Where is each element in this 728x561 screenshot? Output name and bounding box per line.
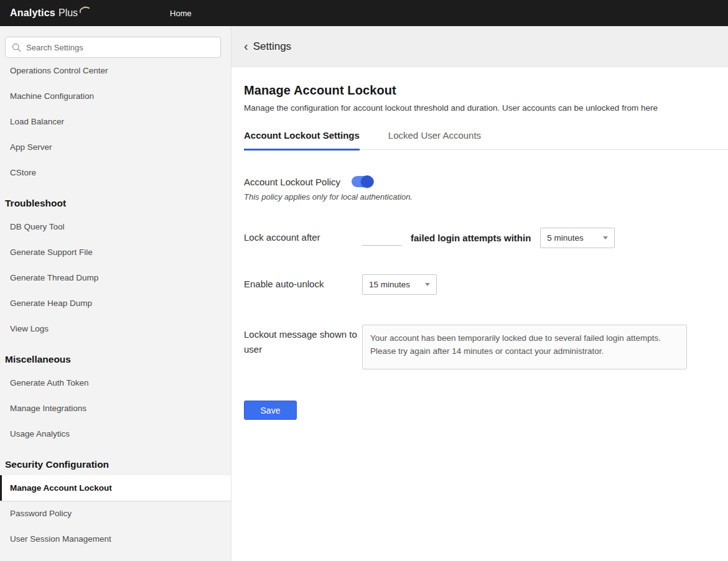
back-to-settings-link[interactable]: ‹ Settings	[244, 40, 291, 53]
search-input[interactable]	[26, 43, 214, 52]
chevron-down-icon	[603, 236, 608, 239]
failed-attempts-input[interactable]	[362, 230, 401, 246]
sidebar-list: Operations Control Center Machine Config…	[0, 58, 231, 552]
policy-label: Account Lockout Policy	[244, 177, 340, 187]
chevron-down-icon	[425, 283, 430, 286]
auto-unlock-dropdown[interactable]: 15 minutes	[362, 274, 437, 295]
sidebar-item-generate-support-file[interactable]: Generate Support File	[0, 239, 231, 265]
sidebar-heading-troubleshoot: Troubleshoot	[0, 185, 231, 214]
account-lockout-policy-toggle[interactable]	[352, 176, 374, 187]
tab-account-lockout-settings[interactable]: Account Lockout Settings	[244, 130, 360, 151]
sidebar-item-view-logs[interactable]: View Logs	[0, 316, 231, 341]
sidebar-item-generate-thread-dump[interactable]: Generate Thread Dump	[0, 265, 231, 290]
sidebar-item-generate-heap-dump[interactable]: Generate Heap Dump	[0, 290, 231, 316]
sidebar-item-machine-configuration[interactable]: Machine Configuration	[0, 83, 231, 109]
auto-unlock-value: 15 minutes	[369, 280, 410, 289]
auto-unlock-row: Enable auto-unlock 15 minutes	[244, 274, 728, 295]
content-area: Manage Account Lockout Manage the config…	[231, 67, 728, 420]
brand-name-bold: Analytics	[10, 7, 55, 19]
brand-logo[interactable]: Analytics Plus	[10, 7, 90, 19]
search-wrap	[0, 26, 231, 62]
page-title: Manage Account Lockout	[244, 83, 728, 98]
lockout-message-row: Lockout message shown to user Your accou…	[244, 325, 728, 369]
policy-row: Account Lockout Policy	[244, 176, 728, 187]
chevron-left-icon: ‹	[244, 40, 248, 52]
brand-name-light: Plus	[58, 7, 78, 19]
search-icon	[12, 43, 21, 52]
nav-item-home[interactable]: Home	[164, 5, 198, 22]
main-panel: ‹ Settings Manage Account Lockout Manage…	[231, 26, 728, 561]
toggle-knob	[361, 175, 373, 188]
tab-bar: Account Lockout Settings Locked User Acc…	[244, 130, 728, 150]
attempts-window-value: 5 minutes	[547, 233, 584, 243]
lockout-message-textarea[interactable]: Your account has been temporarily locked…	[362, 325, 687, 369]
sidebar-item-usage-analytics[interactable]: Usage Analytics	[0, 421, 231, 447]
top-bar: Analytics Plus Home	[0, 0, 728, 26]
tab-locked-user-accounts[interactable]: Locked User Accounts	[388, 130, 481, 149]
settings-sidebar: Operations Control Center Machine Config…	[0, 26, 231, 561]
auto-unlock-label: Enable auto-unlock	[244, 274, 362, 295]
sidebar-heading-security-configuration: Security Configuration	[0, 447, 231, 475]
sidebar-item-manage-account-lockout[interactable]: Manage Account Lockout	[0, 475, 231, 501]
sidebar-item-db-query-tool[interactable]: DB Query Tool	[0, 214, 231, 239]
lock-after-row: Lock account after failed login attempts…	[244, 228, 728, 248]
attempts-window-dropdown[interactable]: 5 minutes	[540, 228, 615, 248]
lockout-message-label: Lockout message shown to user	[244, 325, 362, 369]
sidebar-item-password-policy[interactable]: Password Policy	[0, 501, 231, 526]
search-box[interactable]	[5, 37, 221, 58]
policy-note: This policy applies only for local authe…	[244, 192, 728, 202]
sidebar-item-user-session-management[interactable]: User Session Management	[0, 526, 231, 552]
sidebar-item-manage-integrations[interactable]: Manage Integrations	[0, 396, 231, 421]
top-nav: Home	[164, 5, 198, 22]
save-button[interactable]: Save	[244, 401, 297, 420]
sidebar-item-app-server[interactable]: App Server	[0, 134, 231, 160]
sidebar-item-cstore[interactable]: CStore	[0, 160, 231, 185]
settings-header-strip: ‹ Settings	[231, 26, 728, 67]
page-subtitle: Manage the configuration for account loc…	[244, 103, 728, 113]
lock-after-label: Lock account after	[244, 228, 362, 248]
sidebar-heading-miscellaneous: Miscellaneous	[0, 341, 231, 370]
back-link-label: Settings	[253, 40, 291, 53]
sidebar-item-load-balancer[interactable]: Load Balancer	[0, 109, 231, 134]
attempts-within-label: failed login attempts within	[411, 233, 531, 243]
sidebar-item-operations-control-center[interactable]: Operations Control Center	[0, 58, 231, 83]
sidebar-item-generate-auth-token[interactable]: Generate Auth Token	[0, 370, 231, 396]
brand-logo-icon	[79, 5, 90, 16]
